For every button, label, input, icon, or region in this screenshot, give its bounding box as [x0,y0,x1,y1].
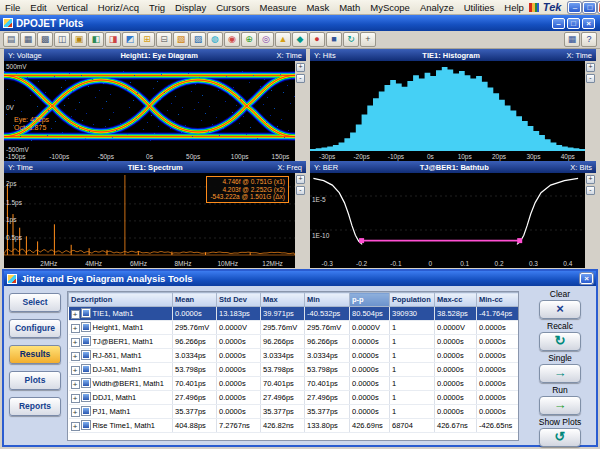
table-row[interactable]: +Height1, Math1295.76mV0.0000V295.76mV29… [69,321,519,335]
column-header-max[interactable]: Max [261,293,305,307]
menu-item-vertical[interactable]: Vertical [52,1,93,14]
table-row[interactable]: +PJ1, Math135.377ps0.0000s35.377ps35.377… [69,405,519,419]
clear-button[interactable]: × [539,300,581,319]
spectrum-plot[interactable]: 2ps1.5ps1ps0.5ps 2MHz4MHz6MHz8MHz10MHz12… [4,173,295,268]
nav-button-configure[interactable]: Configure [9,319,61,338]
eye-diagram-plot[interactable]: 500mV0V-500mV -150ps-100ps-50ps0s50ps100… [4,61,295,161]
run-button[interactable]: → [539,396,581,415]
zoom-out-button[interactable]: - [296,186,305,195]
zoom-in-button[interactable]: + [296,63,305,72]
recalc-button[interactable]: ↻ [539,332,581,351]
spectrum-panel: Y: Time TIE1: Spectrum X: Freq 2ps1.5ps1… [4,161,306,268]
table-row[interactable]: +TIE1, Math10.0000s13.183ps39.971ps-40.5… [69,307,519,321]
menu-item-horiz-acq[interactable]: Horiz/Acq [93,1,144,14]
population-cell: 1 [390,377,435,391]
plots-maximize-button[interactable]: □ [567,18,580,29]
toolbar-icon-8[interactable]: ◩ [122,32,138,47]
single-button[interactable]: → [539,364,581,383]
zoom-in-button[interactable]: + [296,175,305,184]
toolbar-icon-17[interactable]: ▲ [275,32,291,47]
help-icon[interactable]: ? [581,32,597,47]
zoom-in-button[interactable]: + [586,63,595,72]
analysis-window-titlebar[interactable]: Jitter and Eye Diagram Analysis Tools × [4,271,596,286]
menu-item-myscope[interactable]: MyScope [365,1,415,14]
row-expander-icon[interactable]: + [71,352,80,361]
row-expander-icon[interactable]: + [71,324,80,333]
table-row[interactable]: +TJ@BER1, Math196.266ps0.0000s96.266ps96… [69,335,519,349]
toolbar-icon-11[interactable]: ▧ [173,32,189,47]
column-header-p-p[interactable]: p-p [350,293,390,307]
toolbar-icon-4[interactable]: ◫ [54,32,70,47]
toolbar-icon-5[interactable]: ▣ [71,32,87,47]
toolbar-icon-9[interactable]: ⊞ [139,32,155,47]
zoom-out-button[interactable]: - [296,74,305,83]
menu-item-cursors[interactable]: Cursors [211,1,254,14]
analysis-close-button[interactable]: × [580,273,593,284]
toolbar-icon-10[interactable]: ⊟ [156,32,172,47]
toolbar-icon-14[interactable]: ◉ [224,32,240,47]
zoom-out-button[interactable]: - [586,186,595,195]
row-expander-icon[interactable]: + [71,380,80,389]
toolbar-icon-20[interactable]: ■ [326,32,342,47]
column-header-description[interactable]: Description [69,293,173,307]
plot-title: TJ@BER1: Bathtub [420,163,489,172]
menu-item-math[interactable]: Math [334,1,365,14]
menu-item-display[interactable]: Display [170,1,211,14]
show-plots-button[interactable]: ↺ [539,428,581,447]
toolbar-icon-7[interactable]: ◨ [105,32,121,47]
nav-button-reports[interactable]: Reports [9,397,61,416]
table-row[interactable]: +RJ-δδ1, Math13.0334ps0.0000s3.0334ps3.0… [69,349,519,363]
toolbar-icon-22[interactable]: + [360,32,376,47]
app-maximize-button[interactable]: □ [583,2,596,13]
menu-item-edit[interactable]: Edit [25,1,51,14]
toolbar-icon-1[interactable]: ▤ [3,32,19,47]
plots-minimize-button[interactable]: – [552,18,565,29]
zoom-in-button[interactable]: + [586,175,595,184]
toolbar-icon-18[interactable]: ◆ [292,32,308,47]
toolbar-icon-6[interactable]: ◧ [88,32,104,47]
scope-application: FileEditVerticalHoriz/AcqTrigDisplayCurs… [0,0,600,449]
app-minimize-button[interactable]: – [568,2,581,13]
toolbar-icon-19[interactable]: ● [309,32,325,47]
menu-item-measure[interactable]: Measure [254,1,301,14]
toolbar-icon-15[interactable]: ⊕ [241,32,257,47]
column-header-min[interactable]: Min [305,293,350,307]
toolbar-icon-2[interactable]: ▦ [20,32,36,47]
toolbar-icon-16[interactable]: ◎ [258,32,274,47]
toolbar-icon-3[interactable]: ▩ [37,32,53,47]
column-header-min-cc[interactable]: Min-cc [477,293,519,307]
nav-button-results[interactable]: Results [9,345,61,364]
table-row[interactable]: +Rise Time1, Math1404.88ps7.2767ns426.82… [69,419,519,433]
column-header-std-dev[interactable]: Std Dev [217,293,261,307]
table-row[interactable]: +DJ-δδ1, Math153.798ps0.0000s53.798ps53.… [69,363,519,377]
column-header-population[interactable]: Population [390,293,435,307]
plots-window-titlebar[interactable]: DPOJET Plots – □ × [0,15,600,31]
row-expander-icon[interactable]: + [71,310,80,319]
menu-item-mask[interactable]: Mask [301,1,334,14]
row-expander-icon[interactable]: + [71,408,80,417]
nav-button-plots[interactable]: Plots [9,371,61,390]
histogram-plot[interactable]: -30ps-20ps-10ps0s10ps20ps30ps40ps [310,61,585,161]
display-grid-icon[interactable]: ▦ [564,32,580,47]
plots-close-button[interactable]: × [582,18,595,29]
column-header-max-cc[interactable]: Max-cc [435,293,477,307]
menu-item-utilities[interactable]: Utilities [459,1,500,14]
menu-item-help[interactable]: Help [499,1,529,14]
bathtub-plot[interactable]: 1E-51E-10 -0.3-0.2-0.100.10.20.30.4 [310,173,585,268]
menu-item-file[interactable]: File [0,1,25,14]
row-expander-icon[interactable]: + [71,422,80,431]
row-expander-icon[interactable]: + [71,338,80,347]
row-expander-icon[interactable]: + [71,394,80,403]
toolbar-icon-13[interactable]: ◍ [207,32,223,47]
table-row[interactable]: +DDJ1, Math127.496ps0.0000s27.496ps27.49… [69,391,519,405]
row-expander-icon[interactable]: + [71,366,80,375]
zoom-out-button[interactable]: - [586,74,595,83]
column-header-mean[interactable]: Mean [173,293,217,307]
std-cell: 0.0000V [217,321,261,335]
toolbar-icon-21[interactable]: ↻ [343,32,359,47]
table-row[interactable]: +Width@BER1, Math170.401ps0.0000s70.401p… [69,377,519,391]
menu-item-trig[interactable]: Trig [144,1,170,14]
menu-item-analyze[interactable]: Analyze [415,1,459,14]
nav-button-select[interactable]: Select [9,293,61,312]
toolbar-icon-12[interactable]: ▨ [190,32,206,47]
